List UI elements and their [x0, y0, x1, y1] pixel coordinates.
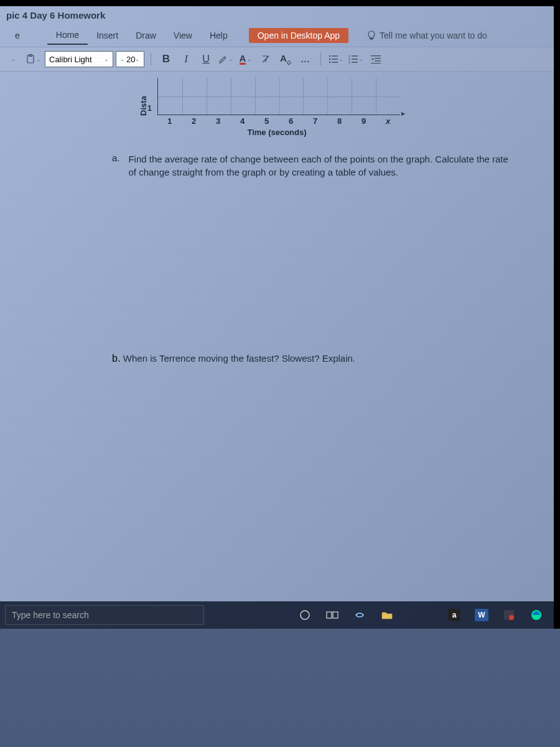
file-explorer-icon[interactable]: [375, 605, 399, 625]
tell-me-label: Tell me what you want to do: [380, 31, 487, 40]
task-view-icon[interactable]: [320, 605, 345, 625]
highlight-dropdown[interactable]: ⌄: [217, 50, 235, 68]
tab-home[interactable]: Home: [47, 26, 88, 45]
clear-formatting-button[interactable]: [257, 50, 274, 68]
svg-text:3: 3: [348, 60, 350, 63]
tab-draw[interactable]: Draw: [127, 27, 165, 44]
edge-icon[interactable]: [524, 605, 549, 625]
font-family-value: Calibri Light: [49, 55, 92, 64]
numbered-list-dropdown[interactable]: 123 ⌄: [347, 50, 365, 68]
search-placeholder: Type here to search: [12, 610, 89, 620]
svg-rect-5: [332, 59, 338, 59]
question-b-text: When is Terrence moving the fastest? Slo…: [123, 353, 355, 364]
windows-taskbar: Type here to search a W: [0, 601, 554, 629]
svg-point-22: [509, 615, 514, 620]
font-size-value: 20: [126, 55, 135, 64]
question-a-text: Find the average rate of change between …: [128, 153, 514, 179]
chart-grid: ▸: [157, 78, 400, 115]
svg-rect-7: [332, 62, 338, 62]
question-b: b. When is Terrence moving the fastest? …: [112, 353, 516, 364]
svg-rect-3: [332, 55, 338, 56]
app-icon-red[interactable]: [497, 605, 521, 625]
tab-insert[interactable]: Insert: [88, 27, 127, 44]
svg-rect-15: [375, 58, 381, 59]
italic-button[interactable]: I: [177, 50, 195, 68]
undo-dropdown-icon[interactable]: ⌄: [5, 50, 22, 68]
question-a: a. Find the average rate of change betwe…: [112, 153, 516, 179]
decrease-indent-button[interactable]: [367, 50, 385, 68]
chart-container: Dista 1 ▸: [12, 78, 541, 134]
tab-file-letter[interactable]: e: [6, 27, 29, 44]
amazon-icon[interactable]: a: [442, 605, 467, 625]
y-tick-1: 1: [147, 104, 152, 113]
word-icon[interactable]: W: [469, 605, 494, 625]
font-family-select[interactable]: Calibri Light ⌄: [45, 51, 113, 67]
bold-button[interactable]: B: [157, 50, 175, 68]
formatting-toolbar: ⌄ ⌄ Calibri Light ⌄ ⌄ 20 ⌄ B I U ⌄: [0, 47, 554, 72]
open-in-desktop-button[interactable]: Open in Desktop App: [249, 28, 348, 43]
svg-rect-11: [352, 59, 358, 59]
tab-view[interactable]: View: [165, 27, 201, 44]
question-b-label: b.: [112, 353, 120, 364]
svg-point-18: [301, 611, 309, 619]
taskbar-search-input[interactable]: Type here to search: [5, 605, 204, 625]
clipboard-dropdown-icon[interactable]: ⌄: [25, 50, 42, 68]
underline-button[interactable]: U: [197, 50, 215, 68]
svg-point-6: [329, 62, 330, 63]
font-color-dropdown[interactable]: A ⌄: [237, 50, 254, 68]
svg-rect-19: [327, 612, 332, 618]
chevron-down-icon: ⌄: [135, 56, 140, 62]
tab-help[interactable]: Help: [201, 27, 236, 44]
cortana-icon[interactable]: [292, 605, 317, 625]
x-axis-arrow-icon: ▸: [401, 109, 405, 118]
svg-rect-20: [333, 612, 338, 618]
svg-rect-14: [371, 55, 381, 56]
tell-me-search[interactable]: Tell me what you want to do: [367, 31, 487, 40]
svg-rect-9: [352, 55, 358, 56]
font-size-select[interactable]: ⌄ 20 ⌄: [116, 51, 144, 67]
text-effects-button[interactable]: A◇: [277, 50, 294, 68]
svg-point-2: [329, 55, 330, 57]
bullet-list-dropdown[interactable]: ⌄: [327, 50, 345, 68]
ribbon-tabs: e Home Insert Draw View Help Open in Des…: [0, 24, 554, 47]
more-formatting-button[interactable]: ...: [297, 50, 314, 68]
x-axis-ticks: 1 2 3 4 5 6 7 8 9 x: [157, 116, 400, 126]
svg-rect-17: [371, 63, 381, 63]
svg-point-4: [329, 59, 330, 60]
svg-rect-13: [352, 62, 358, 62]
app-icon-1[interactable]: [347, 605, 372, 625]
lightbulb-icon: [367, 31, 376, 40]
x-axis-label: Time (seconds): [146, 128, 408, 137]
chevron-down-icon: ⌄: [104, 56, 109, 62]
chevron-down-icon: ⌄: [120, 56, 125, 62]
svg-rect-16: [375, 60, 381, 61]
document-body: Dista 1 ▸: [0, 72, 554, 377]
question-a-label: a.: [112, 153, 126, 163]
window-title: pic 4 Day 6 Homework: [0, 6, 554, 24]
